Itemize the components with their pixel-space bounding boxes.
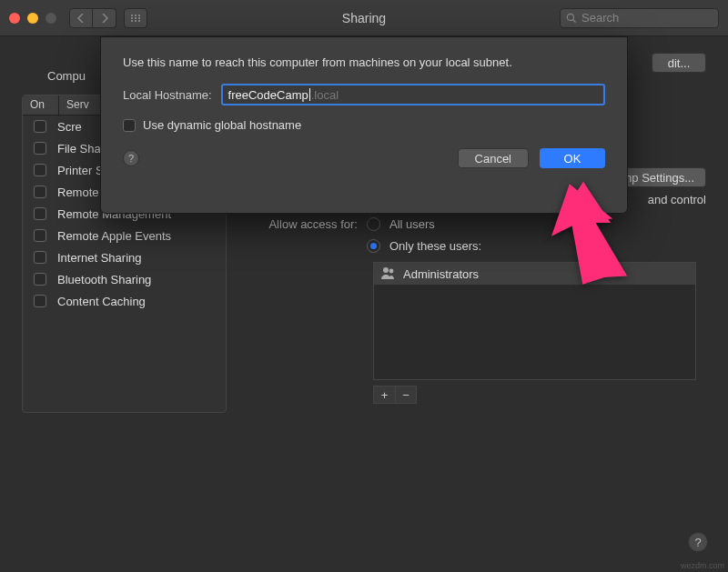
service-checkbox[interactable] bbox=[34, 251, 46, 264]
svg-point-6 bbox=[131, 20, 133, 22]
svg-point-1 bbox=[135, 15, 136, 16]
close-window-icon[interactable] bbox=[9, 13, 20, 24]
service-checkbox[interactable] bbox=[34, 229, 46, 242]
window-title: Sharing bbox=[342, 11, 386, 25]
svg-point-8 bbox=[138, 20, 140, 22]
help-button[interactable]: ? bbox=[688, 532, 708, 552]
radio-all-users[interactable] bbox=[367, 217, 380, 231]
sheet-message: Use this name to reach this computer fro… bbox=[123, 55, 605, 69]
users-icon bbox=[381, 266, 396, 282]
radio-only-users[interactable] bbox=[367, 239, 380, 253]
user-row[interactable]: Administrators bbox=[374, 263, 695, 285]
access-section: Allow access for: All users Only these u… bbox=[239, 213, 706, 404]
text-cursor bbox=[309, 88, 310, 101]
service-row[interactable]: Bluetooth Sharing bbox=[23, 268, 226, 290]
svg-point-0 bbox=[131, 15, 133, 16]
service-label: Remote Apple Events bbox=[57, 229, 171, 243]
service-checkbox[interactable] bbox=[34, 186, 46, 198]
cancel-button[interactable]: Cancel bbox=[458, 148, 529, 168]
user-name: Administrators bbox=[403, 267, 479, 281]
col-on: On bbox=[23, 95, 59, 115]
dynamic-hostname-label: Use dynamic global hostname bbox=[143, 118, 301, 132]
edit-hostname-button[interactable]: dit... bbox=[652, 53, 706, 73]
radio-all-users-label: All users bbox=[389, 217, 435, 231]
service-label: Scre bbox=[57, 120, 82, 134]
service-checkbox[interactable] bbox=[34, 164, 46, 176]
svg-point-10 bbox=[389, 268, 394, 273]
hostname-sheet: Use this name to reach this computer fro… bbox=[100, 36, 628, 214]
svg-point-7 bbox=[135, 20, 136, 22]
zoom-window-icon[interactable] bbox=[46, 13, 56, 24]
hostname-label: Local Hostname: bbox=[123, 88, 212, 102]
access-label: Allow access for: bbox=[239, 217, 358, 231]
window-toolbar: Sharing Search bbox=[0, 0, 728, 36]
user-list[interactable]: Administrators bbox=[373, 262, 696, 380]
forward-button[interactable] bbox=[93, 8, 116, 28]
service-label: Internet Sharing bbox=[57, 251, 142, 265]
back-button[interactable] bbox=[69, 8, 93, 28]
nav-buttons bbox=[69, 8, 116, 28]
service-checkbox[interactable] bbox=[34, 295, 46, 307]
svg-point-4 bbox=[135, 17, 136, 19]
search-input[interactable]: Search bbox=[560, 8, 719, 28]
svg-point-9 bbox=[383, 267, 389, 273]
search-placeholder: Search bbox=[581, 11, 619, 25]
svg-point-3 bbox=[131, 17, 133, 19]
service-row[interactable]: Remote Apple Events bbox=[23, 225, 226, 246]
search-icon bbox=[566, 13, 577, 24]
radio-only-users-label: Only these users: bbox=[389, 239, 481, 253]
sheet-help-button[interactable]: ? bbox=[123, 150, 139, 166]
show-all-button[interactable] bbox=[124, 8, 147, 28]
service-checkbox[interactable] bbox=[34, 273, 46, 286]
watermark: wezdm.com bbox=[681, 561, 724, 570]
service-checkbox[interactable] bbox=[34, 120, 46, 133]
computer-name-label: Compu bbox=[47, 69, 86, 83]
hostname-suffix: .local bbox=[311, 88, 339, 102]
status-text-fragment: and control bbox=[648, 193, 706, 206]
minimize-window-icon[interactable] bbox=[27, 13, 38, 24]
user-list-buttons: + − bbox=[373, 386, 706, 404]
hostname-value: freeCodeCamp bbox=[228, 88, 308, 102]
svg-point-2 bbox=[138, 15, 140, 16]
service-row[interactable]: Content Caching bbox=[23, 290, 226, 312]
dynamic-hostname-checkbox[interactable] bbox=[123, 119, 136, 132]
service-label: Content Caching bbox=[57, 295, 146, 308]
hostname-input[interactable]: freeCodeCamp.local bbox=[221, 84, 605, 105]
ok-button[interactable]: OK bbox=[540, 148, 605, 168]
add-user-button[interactable]: + bbox=[373, 386, 395, 404]
service-row[interactable]: Internet Sharing bbox=[23, 246, 226, 268]
remove-user-button[interactable]: − bbox=[395, 386, 417, 404]
service-checkbox[interactable] bbox=[34, 142, 46, 155]
service-label: Bluetooth Sharing bbox=[57, 273, 151, 286]
traffic-lights bbox=[9, 13, 56, 24]
service-checkbox[interactable] bbox=[34, 207, 46, 220]
svg-point-5 bbox=[138, 17, 140, 19]
